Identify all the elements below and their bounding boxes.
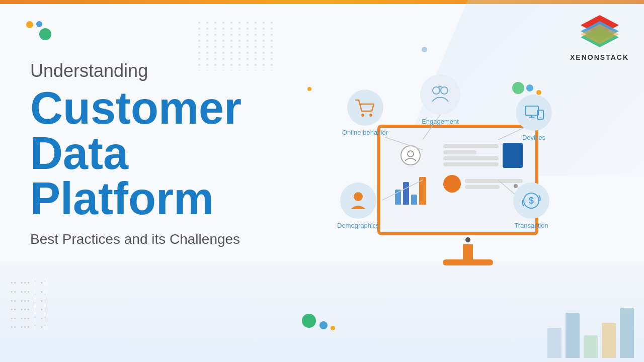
svg-point-22 xyxy=(354,192,363,201)
bar-4 xyxy=(419,177,426,205)
grid-dots-pattern xyxy=(196,20,277,72)
binary-data-pattern: •• ••• | •| •• ••• | •| •• ••• | •| •• •… xyxy=(10,279,47,332)
top-accent-bar xyxy=(0,0,644,4)
monitor-stand xyxy=(463,244,473,259)
left-text-section: Understanding Customer Data Platform Bes… xyxy=(0,0,354,278)
bar-2 xyxy=(403,182,409,205)
transaction-label: Transaction xyxy=(514,222,548,229)
logo-text: XENONSTACK xyxy=(570,53,629,61)
svg-point-13 xyxy=(361,114,364,117)
icon-engagement: Engagement xyxy=(420,74,460,125)
svg-point-6 xyxy=(408,151,414,157)
blue-rect xyxy=(503,143,523,168)
online-behavior-circle xyxy=(347,89,383,126)
monitor-content xyxy=(380,128,535,232)
logo-icon xyxy=(580,14,620,49)
svg-point-15 xyxy=(433,87,440,94)
online-behavior-label: Online behavior xyxy=(342,129,388,136)
transaction-circle: $ xyxy=(513,183,549,219)
demographics-label: Demographics xyxy=(337,222,379,229)
svg-rect-1 xyxy=(196,20,277,70)
bottom-chart-decorative xyxy=(547,302,644,362)
screen-bar-chart xyxy=(395,174,426,205)
demographics-circle xyxy=(340,183,376,219)
bottom-bar-3 xyxy=(584,335,598,358)
deco-dot-9 xyxy=(319,321,328,329)
bottom-bar-4 xyxy=(602,323,616,358)
svg-point-16 xyxy=(441,87,448,94)
text-line-1 xyxy=(443,144,499,148)
engagement-label: Engagement xyxy=(422,118,459,125)
devices-label: Devices xyxy=(522,134,545,141)
text-line-6 xyxy=(465,185,500,189)
text-lines xyxy=(443,144,499,166)
subtitle-label: Best Practices and its Challenges xyxy=(30,231,324,247)
svg-point-14 xyxy=(369,114,372,117)
bottom-bar-2 xyxy=(566,313,580,358)
deco-dot-2 xyxy=(36,21,42,27)
text-line-4 xyxy=(443,162,499,166)
icon-transaction: $ Transaction xyxy=(513,183,549,229)
bottom-bar-5 xyxy=(620,308,634,358)
devices-circle xyxy=(516,95,552,131)
customer-label: Customer xyxy=(30,85,324,131)
bar-1 xyxy=(395,190,401,205)
deco-dot-3 xyxy=(39,28,51,40)
icon-demographics: Demographics xyxy=(337,183,379,229)
monitor-base xyxy=(443,259,493,265)
text-line-3 xyxy=(443,156,499,160)
screen-right-top xyxy=(443,143,523,168)
engagement-circle xyxy=(420,74,460,115)
deco-dot-10 xyxy=(331,326,335,330)
user-avatar-icon xyxy=(400,145,421,165)
monitor-dot xyxy=(465,237,470,242)
understanding-label: Understanding xyxy=(30,60,324,81)
deco-dot-11 xyxy=(307,87,311,91)
person-circle xyxy=(443,175,461,193)
icon-devices: Devices xyxy=(516,95,552,141)
icon-online-behavior: Online behavior xyxy=(342,89,388,136)
bar-3 xyxy=(411,195,417,205)
logo-area: XENONSTACK xyxy=(570,14,629,61)
bottom-row xyxy=(443,175,523,193)
text-line-2 xyxy=(443,150,476,154)
deco-dot-8 xyxy=(302,314,316,328)
bottom-bar-1 xyxy=(547,328,561,358)
deco-dot-1 xyxy=(26,21,33,28)
data-platform-label: Data Platform xyxy=(30,131,324,221)
screen-left-panel xyxy=(388,135,433,225)
svg-text:$: $ xyxy=(529,196,534,206)
svg-rect-17 xyxy=(525,106,538,115)
